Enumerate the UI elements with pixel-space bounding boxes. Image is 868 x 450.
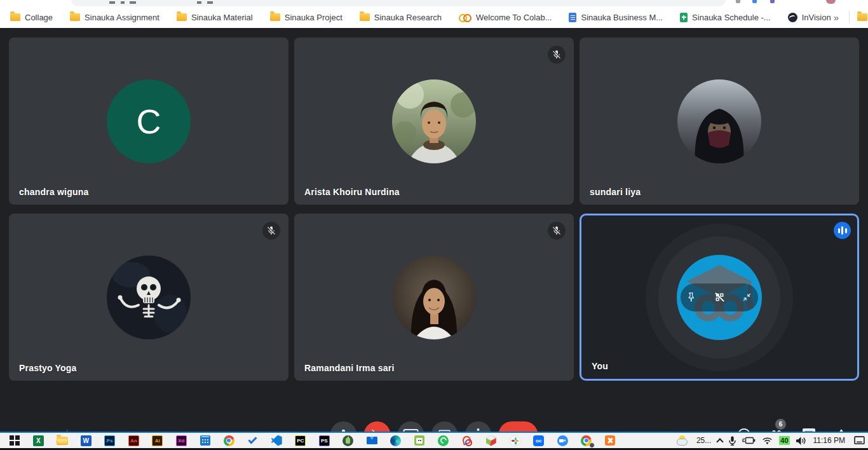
- bookmark-label: Sinauka Business M...: [581, 13, 663, 22]
- chrome-icon: [224, 435, 234, 446]
- bookmark-label: Sinauka Schedule -...: [692, 13, 771, 22]
- bookmark-collage[interactable]: Collage: [10, 13, 53, 22]
- bookmark-sinauka-project[interactable]: Sinauka Project: [270, 13, 342, 22]
- taskbar-app-redlogo[interactable]: [456, 433, 480, 448]
- battery-percent-badge[interactable]: 40: [779, 436, 789, 445]
- participant-tile-sundari[interactable]: sundari liya: [580, 38, 859, 205]
- bookmarks-overflow-chevron-icon[interactable]: »: [831, 12, 841, 23]
- bookmark-sinauka-material[interactable]: Sinauka Material: [177, 13, 253, 22]
- taskbar-app-animate[interactable]: An: [122, 433, 146, 448]
- url-text-sliver: [207, 1, 213, 4]
- mic-off-icon: [262, 222, 280, 240]
- omnibox-sliver[interactable]: [71, 0, 726, 6]
- avatar-photo: [107, 256, 191, 339]
- bookmark-label: InVision: [802, 13, 831, 22]
- bookmark-sinauka-business[interactable]: Sinauka Business M...: [569, 13, 663, 22]
- photoshop-icon: Ps: [104, 435, 115, 446]
- taskbar-app-check[interactable]: [241, 433, 265, 448]
- bookmarks-bar: Collage Sinauka Assignment Sinauka Mater…: [0, 6, 868, 28]
- avatar-initial-letter: C: [137, 102, 161, 141]
- mail-icon: [367, 437, 377, 444]
- invision-icon: [788, 13, 797, 22]
- taskbar-app-excel[interactable]: X: [27, 433, 51, 448]
- colab-icon: [459, 13, 471, 21]
- participant-name: Prastyo Yoga: [19, 363, 77, 373]
- bookmark-label: Sinauka Material: [191, 13, 253, 22]
- participant-tile-prastyo[interactable]: Prastyo Yoga: [9, 214, 288, 381]
- minimize-icon[interactable]: [742, 292, 752, 303]
- xd-icon: Xd: [176, 435, 187, 446]
- url-text-sliver: [121, 1, 125, 4]
- taskbar-app-start[interactable]: [3, 433, 27, 448]
- weather-icon[interactable]: [677, 435, 690, 446]
- extension-icon-sliver[interactable]: [752, 0, 757, 3]
- action-center-icon[interactable]: [854, 436, 865, 446]
- audio-level-icon: [834, 222, 851, 239]
- taskbar-app-androidbox[interactable]: [408, 433, 432, 448]
- pin-icon[interactable]: [686, 292, 697, 303]
- excel-icon: X: [33, 435, 44, 446]
- system-tray: 25... 40 11:16 PM: [677, 432, 865, 448]
- taskbar-app-emulator[interactable]: [336, 433, 360, 448]
- zoomapp-icon: [557, 435, 568, 446]
- bookmark-sinauka-schedule[interactable]: Sinauka Schedule -...: [680, 13, 771, 22]
- taskbar-app-chrome2[interactable]: [574, 433, 599, 448]
- bookmark-label: Sinauka Assignment: [85, 13, 159, 22]
- tray-volume-icon[interactable]: [796, 437, 807, 445]
- taskbar-app-illustrator[interactable]: Ai: [146, 433, 170, 448]
- redlogo-icon: [461, 435, 473, 446]
- xampp-icon: [605, 435, 615, 446]
- bookmark-sinauka-assignment[interactable]: Sinauka Assignment: [70, 13, 159, 22]
- taskbar-app-calendar[interactable]: [193, 433, 217, 448]
- weather-temperature[interactable]: 25...: [696, 436, 711, 445]
- word-icon: W: [81, 435, 92, 446]
- tray-battery-charging-icon[interactable]: [742, 437, 756, 444]
- taskbar-app-photoshop[interactable]: Ps: [98, 433, 122, 448]
- taskbar-app-edge[interactable]: [384, 433, 408, 448]
- tray-expand-chevron-icon[interactable]: [717, 438, 724, 445]
- taskbar-app-pycharm[interactable]: PC: [288, 433, 313, 448]
- taskbar-app-slack[interactable]: [503, 433, 527, 448]
- participant-tile-you[interactable]: You: [580, 214, 859, 381]
- bookmark-label: Sinauka Research: [374, 13, 442, 22]
- profile-avatar-sliver[interactable]: [826, 0, 836, 4]
- participant-tile-chandra-wiguna[interactable]: C chandra wiguna: [9, 38, 288, 205]
- taskbar-app-netbeans[interactable]: [479, 433, 503, 448]
- bookmark-label: Collage: [25, 13, 53, 22]
- participant-name: You: [592, 361, 608, 371]
- taskbar-app-chrome[interactable]: [217, 433, 241, 448]
- folder-icon: [857, 13, 867, 21]
- extension-icon-sliver[interactable]: [736, 0, 740, 3]
- participant-name: Ramandani Irma sari: [304, 363, 395, 373]
- url-text-sliver: [109, 1, 115, 4]
- whatsapp-icon: [438, 435, 449, 446]
- tray-wifi-icon[interactable]: [762, 437, 773, 445]
- taskbar-app-explorer[interactable]: [50, 433, 74, 448]
- tray-clock[interactable]: 11:16 PM: [813, 436, 845, 445]
- taskbar-app-mail[interactable]: [360, 433, 384, 448]
- bookmark-welcome-to-colab[interactable]: Welcome To Colab...: [459, 13, 552, 22]
- tray-mic-icon[interactable]: [729, 436, 736, 446]
- folder-icon: [270, 13, 280, 21]
- folder-icon: [10, 13, 20, 21]
- participant-tile-ramandani[interactable]: Ramandani Irma sari: [294, 214, 574, 381]
- taskbar-app-word[interactable]: W: [74, 433, 98, 448]
- bookmark-invision[interactable]: InVision: [788, 13, 831, 22]
- extension-icon-sliver[interactable]: [770, 0, 775, 3]
- taskbar-app-phpstorm[interactable]: PS: [313, 433, 337, 448]
- audio-bar: [841, 226, 843, 235]
- taskbar-app-zoomapp[interactable]: [551, 433, 575, 448]
- taskbar-app-whatsapp[interactable]: [431, 433, 456, 448]
- phpstorm-icon: PS: [319, 435, 330, 446]
- taskbar-app-xd[interactable]: Xd: [170, 433, 194, 448]
- taskbar-app-xampp[interactable]: [599, 433, 623, 448]
- calendar-icon: [200, 435, 210, 446]
- participant-tile-arista[interactable]: Arista Khoiru Nurdina: [294, 38, 574, 205]
- taskbar-app-oc[interactable]: oc: [527, 433, 551, 448]
- check-icon: [248, 435, 257, 444]
- taskbar-app-vscode[interactable]: [265, 433, 289, 448]
- url-text-sliver: [130, 1, 136, 4]
- bookmark-sinauka-research[interactable]: Sinauka Research: [360, 13, 442, 22]
- unpin-icon[interactable]: [714, 291, 726, 303]
- other-bookmarks-button[interactable]: Other bookmarks: [857, 13, 868, 22]
